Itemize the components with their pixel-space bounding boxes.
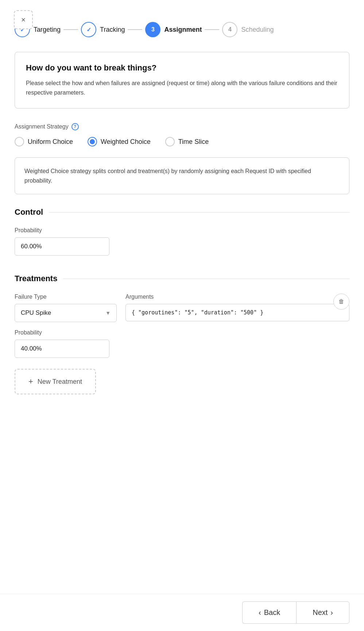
radio-time-slice[interactable]: Time Slice bbox=[165, 137, 209, 146]
plus-icon: + bbox=[28, 377, 33, 386]
radio-outer-weighted bbox=[88, 137, 97, 146]
assignment-strategy-radio-group: Uniform Choice Weighted Choice Time Slic… bbox=[15, 137, 349, 146]
treatments-section: Treatments 🗑 Failure Type CPU Spike ▼ A bbox=[15, 274, 349, 394]
failure-type-select[interactable]: CPU Spike ▼ bbox=[15, 304, 117, 322]
treatments-header-line bbox=[63, 279, 349, 279]
step-divider-1 bbox=[63, 29, 78, 30]
strategy-description-text: Weighted Choice strategy splits control … bbox=[24, 168, 311, 184]
step-circle-scheduling: 4 bbox=[222, 22, 237, 37]
main-content: How do you want to break things? Please … bbox=[0, 37, 364, 394]
checkmark-tracking-icon: ✓ bbox=[86, 26, 91, 33]
close-button[interactable]: × bbox=[14, 10, 33, 29]
control-probability-label: Probability bbox=[15, 227, 349, 234]
step-assignment: 3 Assignment bbox=[145, 22, 202, 37]
back-label: Back bbox=[264, 608, 280, 617]
strategy-description-box: Weighted Choice strategy splits control … bbox=[15, 157, 349, 194]
step-label-assignment: Assignment bbox=[164, 26, 202, 34]
step-label-tracking: Tracking bbox=[100, 26, 125, 34]
info-box: How do you want to break things? Please … bbox=[15, 52, 349, 108]
radio-outer-uniform bbox=[15, 137, 24, 146]
step-label-targeting: Targeting bbox=[34, 26, 61, 34]
arguments-input[interactable] bbox=[125, 304, 349, 321]
radio-outer-timeslice bbox=[165, 137, 175, 146]
step-circle-tracking: ✓ bbox=[81, 22, 96, 37]
treatments-section-header: Treatments bbox=[15, 274, 349, 283]
radio-label-weighted: Weighted Choice bbox=[101, 138, 151, 146]
radio-weighted-choice[interactable]: Weighted Choice bbox=[88, 137, 151, 146]
radio-uniform-choice[interactable]: Uniform Choice bbox=[15, 137, 73, 146]
info-box-title: How do you want to break things? bbox=[26, 63, 338, 73]
failure-type-value: CPU Spike bbox=[21, 309, 51, 317]
step-divider-3 bbox=[205, 29, 219, 30]
step-scheduling: 4 Scheduling bbox=[222, 22, 274, 37]
control-probability-input[interactable] bbox=[15, 237, 109, 256]
arguments-col: Arguments bbox=[125, 294, 349, 322]
treatment-probability-label: Probability bbox=[15, 329, 349, 336]
radio-label-timeslice: Time Slice bbox=[178, 138, 209, 146]
step-divider-2 bbox=[128, 29, 142, 30]
close-icon: × bbox=[21, 16, 26, 24]
treatments-title: Treatments bbox=[15, 274, 57, 283]
next-button[interactable]: Next › bbox=[296, 601, 349, 624]
step-label-scheduling: Scheduling bbox=[241, 26, 274, 34]
new-treatment-button[interactable]: + New Treatment bbox=[15, 369, 96, 394]
bottom-navigation: ‹ Back Next › bbox=[0, 594, 364, 631]
stepper: ✓ Targeting ✓ Tracking 3 Assignment 4 Sc… bbox=[0, 0, 364, 37]
step-number-assignment: 3 bbox=[151, 26, 155, 33]
arguments-label: Arguments bbox=[125, 294, 349, 300]
assignment-strategy-text: Assignment Strategy bbox=[15, 123, 69, 130]
failure-type-col: Failure Type CPU Spike ▼ bbox=[15, 294, 117, 322]
treatment-row-top: Failure Type CPU Spike ▼ Arguments bbox=[15, 294, 349, 322]
treatment-item: 🗑 Failure Type CPU Spike ▼ Arguments bbox=[15, 294, 349, 358]
select-arrow-icon: ▼ bbox=[105, 310, 111, 316]
failure-type-label: Failure Type bbox=[15, 294, 117, 300]
back-button[interactable]: ‹ Back bbox=[242, 601, 296, 624]
next-label: Next bbox=[313, 608, 328, 617]
radio-inner-weighted bbox=[90, 139, 95, 144]
next-arrow-icon: › bbox=[330, 608, 333, 617]
assignment-strategy-help-icon[interactable]: ? bbox=[71, 123, 79, 130]
new-treatment-label: New Treatment bbox=[38, 378, 82, 386]
control-section-header: Control bbox=[15, 207, 349, 217]
treatment-probability-input[interactable] bbox=[15, 340, 109, 358]
treatment-probability-row: Probability bbox=[15, 329, 349, 358]
back-arrow-icon: ‹ bbox=[259, 608, 261, 617]
control-header-line bbox=[49, 212, 349, 213]
radio-label-uniform: Uniform Choice bbox=[28, 138, 73, 146]
control-section: Control Probability bbox=[15, 207, 349, 256]
step-circle-assignment: 3 bbox=[145, 22, 160, 37]
assignment-strategy-label: Assignment Strategy ? bbox=[15, 123, 349, 130]
step-number-scheduling: 4 bbox=[228, 26, 232, 33]
info-box-description: Please select the how and when failures … bbox=[26, 79, 338, 97]
control-title: Control bbox=[15, 207, 43, 217]
step-tracking: ✓ Tracking bbox=[81, 22, 125, 37]
trash-icon: 🗑 bbox=[338, 298, 344, 305]
